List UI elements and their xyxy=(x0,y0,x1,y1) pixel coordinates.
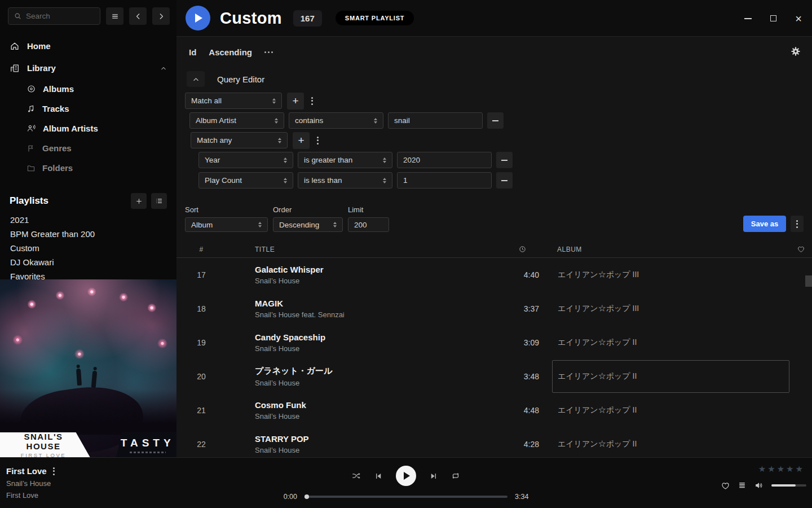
track-title-cell[interactable]: Galactic Whisper Snail’s House xyxy=(255,265,505,285)
remove-rule-button[interactable] xyxy=(496,152,513,168)
menu-button[interactable] xyxy=(106,7,123,25)
queue-button[interactable] xyxy=(738,481,747,490)
sidebar-item-library[interactable]: Library xyxy=(0,57,176,79)
settings-gear-button[interactable] xyxy=(791,46,801,56)
table-row[interactable]: 20 プラネット・ガール Snail’s House 3:48 エイリアン☆ポッ… xyxy=(176,360,812,393)
save-menu-button[interactable] xyxy=(791,216,804,232)
column-number[interactable]: # xyxy=(190,246,213,253)
star-icon[interactable]: ★ xyxy=(796,464,803,474)
add-rule-button[interactable]: + xyxy=(287,93,304,110)
sort-select[interactable]: Album xyxy=(185,217,268,232)
playlist-list-button[interactable] xyxy=(151,193,167,209)
collapse-query-editor-button[interactable] xyxy=(187,71,205,87)
add-playlist-button[interactable] xyxy=(131,193,147,209)
now-playing-menu-icon[interactable] xyxy=(53,467,55,475)
playlist-item[interactable]: BPM Greater than 200 xyxy=(0,227,176,241)
more-options-icon[interactable] xyxy=(264,51,273,53)
shuffle-button[interactable] xyxy=(351,471,361,481)
remove-rule-button[interactable] xyxy=(496,172,513,189)
track-album[interactable]: エイリアン☆ポップ II xyxy=(552,326,789,359)
close-button[interactable]: × xyxy=(794,14,803,23)
track-album[interactable]: エイリアン☆ポップ III xyxy=(552,259,789,291)
play-pause-button[interactable] xyxy=(396,466,416,486)
minimize-button[interactable] xyxy=(743,14,752,23)
rule-operator-select[interactable]: is less than xyxy=(298,172,392,189)
sidebar-item-album-artists[interactable]: Album Artists xyxy=(0,119,176,138)
star-icon[interactable]: ★ xyxy=(758,464,766,474)
seek-bar-knob[interactable] xyxy=(304,494,309,499)
rule-field-select[interactable]: Year xyxy=(198,152,293,168)
rule-operator-select[interactable]: is greater than xyxy=(298,152,392,168)
sidebar-item-tracks[interactable]: Tracks xyxy=(0,99,176,119)
track-album[interactable]: エイリアン☆ポップ II xyxy=(552,394,789,427)
volume-button[interactable] xyxy=(754,480,764,491)
order-select[interactable]: Descending xyxy=(273,217,343,232)
rule-field-select[interactable]: Album Artist xyxy=(189,112,284,129)
column-favorite[interactable] xyxy=(789,245,812,253)
column-album[interactable]: ALBUM xyxy=(557,246,789,253)
playlist-item[interactable]: 2021 xyxy=(0,213,176,227)
limit-input[interactable] xyxy=(348,217,389,232)
rule-field-select[interactable]: Play Count xyxy=(198,172,293,189)
table-row[interactable]: 17 Galactic Whisper Snail’s House 4:40 エ… xyxy=(176,258,812,292)
track-album[interactable]: エイリアン☆ポップ II xyxy=(552,428,789,457)
table-row[interactable]: 19 Candy Spaceship Snail’s House 3:09 エイ… xyxy=(176,326,812,360)
gear-icon xyxy=(791,46,801,56)
track-title-cell[interactable]: Cosmo Funk Snail’s House xyxy=(255,400,505,421)
play-playlist-button[interactable] xyxy=(186,6,210,30)
add-rule-button[interactable]: + xyxy=(293,132,310,149)
rule-operator-select[interactable]: contains xyxy=(289,112,383,129)
window-controls: × xyxy=(743,0,803,37)
save-as-button[interactable]: Save as xyxy=(743,216,786,232)
rule-value-input[interactable] xyxy=(388,112,483,129)
track-title-cell[interactable]: MAGIK Snail’s House feat. Sennzai xyxy=(255,299,505,319)
back-button[interactable] xyxy=(129,7,147,25)
repeat-button[interactable] xyxy=(451,471,461,481)
group-menu-icon[interactable] xyxy=(311,97,313,105)
table-row[interactable]: 22 STARRY POP Snail’s House 4:28 エイリアン☆ポ… xyxy=(176,427,812,457)
sidebar-item-albums[interactable]: Albums xyxy=(0,79,176,99)
sort-direction-button[interactable]: Ascending xyxy=(209,47,252,57)
match-mode-select[interactable]: Match all xyxy=(185,93,282,109)
column-title[interactable]: TITLE xyxy=(255,246,505,253)
table-row[interactable]: 21 Cosmo Funk Snail’s House 4:48 エイリアン☆ポ… xyxy=(176,393,812,427)
match-mode-select[interactable]: Match any xyxy=(191,132,288,148)
sidebar-item-genres[interactable]: Genres xyxy=(0,138,176,158)
rule-value-input[interactable] xyxy=(397,152,492,168)
rule-value-input[interactable] xyxy=(397,172,492,189)
scrollbar-thumb[interactable] xyxy=(805,275,812,287)
sort-field-button[interactable]: Id xyxy=(189,47,196,57)
track-number: 17 xyxy=(190,270,213,279)
playlist-item[interactable]: DJ Okawari xyxy=(0,255,176,269)
track-title-cell[interactable]: プラネット・ガール Snail’s House xyxy=(255,366,505,387)
track-album[interactable]: エイリアン☆ポップ III xyxy=(552,292,789,325)
star-icon[interactable]: ★ xyxy=(777,464,784,474)
remove-rule-button[interactable] xyxy=(487,112,504,129)
volume-slider[interactable] xyxy=(771,484,806,487)
sidebar-item-folders[interactable]: Folders xyxy=(0,158,176,178)
search-box[interactable] xyxy=(8,7,100,25)
sort-label: Sort xyxy=(185,205,268,214)
forward-button[interactable] xyxy=(152,7,170,25)
search-input[interactable] xyxy=(26,12,95,20)
favorite-button[interactable] xyxy=(721,481,730,491)
group-menu-icon[interactable] xyxy=(317,137,319,144)
star-icon[interactable]: ★ xyxy=(767,464,775,474)
column-duration[interactable] xyxy=(505,245,539,253)
previous-track-button[interactable] xyxy=(374,472,383,480)
collapse-chevron-icon[interactable] xyxy=(160,65,167,72)
rating-stars[interactable]: ★★★★★ xyxy=(758,464,803,474)
playlist-item[interactable]: Custom xyxy=(0,241,176,255)
sidebar-item-home[interactable]: Home xyxy=(0,35,176,57)
play-icon xyxy=(404,472,410,480)
table-row[interactable]: 18 MAGIK Snail’s House feat. Sennzai 3:3… xyxy=(176,292,812,326)
track-number: 21 xyxy=(190,406,213,415)
now-playing-cover-art[interactable]: SNAIL'S HOUSE FIRST LOVE TASTY xyxy=(0,279,176,457)
track-album[interactable]: エイリアン☆ポップ II xyxy=(552,360,789,393)
maximize-button[interactable] xyxy=(769,14,778,23)
next-track-button[interactable] xyxy=(429,472,438,480)
seek-bar[interactable] xyxy=(304,496,508,498)
star-icon[interactable]: ★ xyxy=(786,464,793,474)
track-title-cell[interactable]: STARRY POP Snail’s House xyxy=(255,434,505,454)
track-title-cell[interactable]: Candy Spaceship Snail’s House xyxy=(255,332,505,353)
